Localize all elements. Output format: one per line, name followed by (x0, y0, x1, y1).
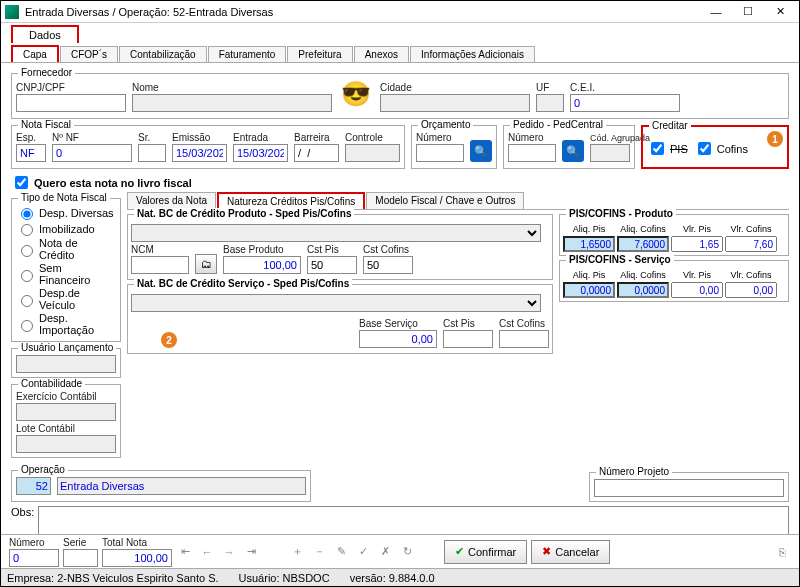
footer-serie-input[interactable] (63, 549, 98, 567)
r4-label: Sem Financeiro (39, 262, 116, 286)
nav-last-icon[interactable]: ⇥ (242, 543, 260, 561)
emissao-input[interactable] (172, 144, 227, 162)
radio-imobilizado[interactable]: Imobilizado (16, 221, 116, 236)
subtab-natureza[interactable]: Natureza Créditos Pis/Cofins (217, 192, 365, 209)
footer-toolbar: Número Serie Total Nota ⇤ ← → ⇥ ＋ － ✎ ✓ … (1, 534, 799, 568)
baseprod-input[interactable] (223, 256, 301, 274)
chk-quero-livro-fiscal[interactable]: Quero esta nota no livro fiscal (11, 173, 789, 192)
group-numero-projeto: Número Projeto (589, 472, 789, 502)
footer-total-input[interactable] (102, 549, 172, 567)
nav-first-icon[interactable]: ⇤ (176, 543, 194, 561)
vlrpis-serv-input[interactable] (671, 282, 723, 298)
tab-contabilizacao[interactable]: Contabilização (119, 46, 207, 62)
radio-input-importacao[interactable] (21, 320, 33, 332)
natserv-select[interactable] (131, 294, 541, 312)
app-icon (5, 5, 19, 19)
pedido-num-label: Número (508, 132, 556, 143)
nav-next-icon[interactable]: → (220, 543, 238, 561)
checkbox-pis[interactable] (651, 142, 664, 155)
sr-label: Sr. (138, 132, 166, 143)
cancelar-label: Cancelar (555, 546, 599, 558)
chk-pis[interactable]: PIS (647, 139, 688, 158)
natprod-select[interactable] (131, 224, 541, 242)
cstpis-serv-input[interactable] (443, 330, 493, 348)
vlrcof-prod-input[interactable] (725, 236, 777, 252)
orcamento-num-input[interactable] (416, 144, 464, 162)
radio-input-diversas[interactable] (21, 208, 33, 220)
remove-icon[interactable]: － (310, 543, 328, 561)
radio-desp-veiculo[interactable]: Desp.de Veículo (16, 287, 116, 311)
minimize-button[interactable]: — (701, 3, 731, 21)
orcamento-search-button[interactable]: 🔍 (470, 140, 492, 162)
radio-nota-credito[interactable]: Nota de Crédito (16, 237, 116, 261)
cancel-edit-icon[interactable]: ✗ (376, 543, 394, 561)
exerc-input (16, 403, 116, 421)
maximize-button[interactable]: ☐ (733, 3, 763, 21)
group-piscofins-produto: PIS/COFINS - Produto Aliq. Pis Aliq. Cof… (559, 214, 789, 256)
group-contabilidade: Contabilidade Exercício Contábil Lote Co… (11, 384, 121, 458)
sr-input[interactable] (138, 144, 166, 162)
group-nat-servico: Nat. BC de Crédito Serviço - Sped Pis/Co… (127, 284, 553, 354)
legend-numproj: Número Projeto (596, 466, 672, 477)
save-icon[interactable]: ✓ (354, 543, 372, 561)
entrada-input[interactable] (233, 144, 288, 162)
close-button[interactable]: ✕ (765, 3, 795, 21)
cei-input[interactable] (570, 94, 680, 112)
vlrpis-prod-input[interactable] (671, 236, 723, 252)
radio-input-imobilizado[interactable] (21, 224, 33, 236)
exit-icon[interactable]: ⎘ (773, 543, 791, 561)
esp-input[interactable] (16, 144, 46, 162)
tab-info-adicionais[interactable]: Informações Adicionais (410, 46, 535, 62)
legend-contabil: Contabilidade (18, 378, 85, 389)
footer-num-input[interactable] (9, 549, 59, 567)
barreira-input[interactable] (294, 144, 339, 162)
aliqcof-prod-input[interactable] (617, 236, 669, 252)
radio-sem-financeiro[interactable]: Sem Financeiro (16, 262, 116, 286)
nnf-input[interactable] (52, 144, 132, 162)
cstpis-prod-input[interactable] (307, 256, 357, 274)
refresh-icon[interactable]: ↻ (398, 543, 416, 561)
checkbox-cofins[interactable] (698, 142, 711, 155)
confirmar-button[interactable]: ✔Confirmar (444, 540, 527, 564)
livro-fiscal-label: Quero esta nota no livro fiscal (34, 177, 192, 189)
tab-prefeitura[interactable]: Prefeitura (287, 46, 352, 62)
radio-desp-diversas[interactable]: Desp. Diversas (16, 205, 116, 220)
nav-prev-icon[interactable]: ← (198, 543, 216, 561)
tab-capa[interactable]: Capa (11, 45, 59, 62)
pedido-num-input[interactable] (508, 144, 556, 162)
search-icon: 🔍 (566, 145, 580, 158)
ncm-lookup-button[interactable]: 🗂 (195, 254, 217, 274)
add-icon[interactable]: ＋ (288, 543, 306, 561)
vlrcof-serv-input[interactable] (725, 282, 777, 298)
operacao-cod-input[interactable] (16, 477, 51, 495)
pedido-search-button[interactable]: 🔍 (562, 140, 584, 162)
checkbox-livro-fiscal[interactable] (15, 176, 28, 189)
vlrcof-prod-label: Vlr. Cofins (725, 224, 777, 234)
subtab-valores[interactable]: Valores da Nota (127, 192, 216, 209)
radio-desp-importacao[interactable]: Desp. Importação (16, 312, 116, 336)
cnpj-input[interactable] (16, 94, 126, 112)
baseprod-label: Base Produto (223, 244, 301, 255)
numero-projeto-input[interactable] (594, 479, 784, 497)
chk-cofins[interactable]: Cofins (694, 139, 748, 158)
aliqpis-serv-input[interactable] (563, 282, 615, 298)
x-icon: ✖ (542, 545, 551, 558)
cstcof-serv-input[interactable] (499, 330, 549, 348)
tab-faturamento[interactable]: Faturamento (208, 46, 287, 62)
aliqpis-prod-input[interactable] (563, 236, 615, 252)
emissao-label: Emissão (172, 132, 227, 143)
cancelar-button[interactable]: ✖Cancelar (531, 540, 610, 564)
tab-anexos[interactable]: Anexos (354, 46, 409, 62)
radio-input-semfin[interactable] (21, 270, 33, 282)
ncm-input[interactable] (131, 256, 189, 274)
baseserv-input[interactable] (359, 330, 437, 348)
cstcof-prod-input[interactable] (363, 256, 413, 274)
footer-total-label: Total Nota (102, 537, 172, 548)
tab-cfops[interactable]: CFOP´s (60, 46, 118, 62)
tab-dados[interactable]: Dados (11, 25, 79, 43)
edit-icon[interactable]: ✎ (332, 543, 350, 561)
radio-input-credito[interactable] (21, 245, 33, 257)
subtab-modelo[interactable]: Modelo Fiscal / Chave e Outros (366, 192, 524, 209)
aliqcof-serv-input[interactable] (617, 282, 669, 298)
radio-input-veiculo[interactable] (21, 295, 33, 307)
